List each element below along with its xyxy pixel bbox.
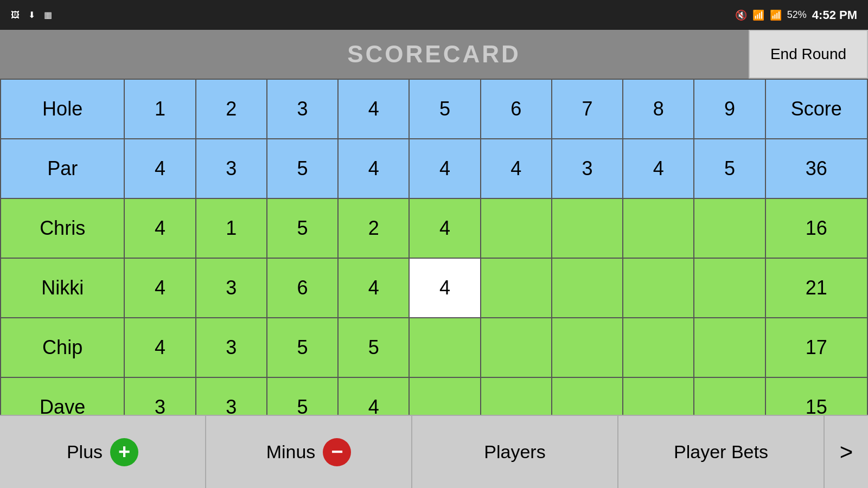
chip-h9 — [694, 318, 765, 377]
next-arrow-button[interactable]: > — [825, 416, 868, 488]
hole-6-header: 6 — [481, 79, 552, 139]
hole-1-header: 1 — [124, 79, 195, 139]
hole-8-header: 8 — [623, 79, 694, 139]
chip-h6 — [481, 318, 552, 377]
minus-label: Minus — [266, 441, 316, 463]
scorecard-title: SCORECARD — [347, 41, 521, 68]
chip-h7 — [552, 318, 623, 377]
nikki-h8 — [623, 258, 694, 318]
chris-h8 — [623, 198, 694, 258]
nikki-h1: 4 — [124, 258, 195, 318]
nikki-name: Nikki — [1, 258, 124, 318]
dave-h9 — [694, 377, 765, 415]
hole-9-header: 9 — [694, 79, 765, 139]
mute-icon: 🔇 — [735, 9, 747, 21]
chris-h6 — [481, 198, 552, 258]
dave-h6 — [481, 377, 552, 415]
dave-h2: 3 — [196, 377, 267, 415]
grid-icon: ▦ — [44, 10, 52, 20]
nikki-h2: 3 — [196, 258, 267, 318]
dave-score: 15 — [765, 377, 867, 415]
par-9: 5 — [694, 139, 765, 198]
table-row: Chris 4 1 5 2 4 16 — [1, 198, 867, 258]
chris-h9 — [694, 198, 765, 258]
hole-2-header: 2 — [196, 79, 267, 139]
dave-name: Dave — [1, 377, 124, 415]
nikki-h9 — [694, 258, 765, 318]
plus-label: Plus — [67, 441, 103, 463]
chris-name: Chris — [1, 198, 124, 258]
dave-h3: 5 — [267, 377, 338, 415]
minus-button[interactable]: Minus − — [206, 416, 412, 488]
chip-h4: 5 — [338, 318, 409, 377]
nikki-h4: 4 — [338, 258, 409, 318]
players-button[interactable]: Players — [412, 416, 618, 488]
nikki-score: 21 — [765, 258, 867, 318]
dave-h4: 4 — [338, 377, 409, 415]
end-round-button[interactable]: End Round — [749, 30, 868, 79]
chip-h3: 5 — [267, 318, 338, 377]
hole-7-header: 7 — [552, 79, 623, 139]
chris-h7 — [552, 198, 623, 258]
chris-h4: 2 — [338, 198, 409, 258]
table-row: Dave 3 3 5 4 15 — [1, 377, 867, 415]
par-7: 3 — [552, 139, 623, 198]
minus-icon: − — [323, 438, 351, 466]
scorecard-table-wrapper: Hole 1 2 3 4 5 6 7 8 9 Score Par 4 3 5 4… — [0, 79, 868, 415]
chris-score: 16 — [765, 198, 867, 258]
chris-h3: 5 — [267, 198, 338, 258]
status-left-icons: 🖼 ⬇ ▦ — [11, 10, 52, 20]
status-right-icons: 🔇 📶 📶 52% 4:52 PM — [735, 8, 857, 22]
player-bets-label: Player Bets — [674, 441, 768, 463]
chip-score: 17 — [765, 318, 867, 377]
dave-h8 — [623, 377, 694, 415]
chip-h5 — [409, 318, 480, 377]
par-2: 3 — [196, 139, 267, 198]
hole-header-row: Hole 1 2 3 4 5 6 7 8 9 Score — [1, 79, 867, 139]
players-label: Players — [484, 441, 545, 463]
nikki-h5: 4 — [409, 258, 480, 318]
nikki-h3: 6 — [267, 258, 338, 318]
battery-text: 52% — [787, 9, 807, 21]
chip-h8 — [623, 318, 694, 377]
hole-3-header: 3 — [267, 79, 338, 139]
image-icon: 🖼 — [11, 10, 20, 20]
wifi-icon: 📶 — [752, 9, 764, 21]
download-icon: ⬇ — [28, 10, 35, 20]
player-bets-button[interactable]: Player Bets — [618, 416, 825, 488]
par-8: 4 — [623, 139, 694, 198]
scorecard-table: Hole 1 2 3 4 5 6 7 8 9 Score Par 4 3 5 4… — [0, 79, 868, 415]
plus-icon: + — [110, 438, 138, 466]
score-header: Score — [765, 79, 867, 139]
par-label: Par — [1, 139, 124, 198]
par-6: 4 — [481, 139, 552, 198]
bottom-bar: Plus + Minus − Players Player Bets > — [0, 415, 868, 488]
dave-h7 — [552, 377, 623, 415]
status-bar: 🖼 ⬇ ▦ 🔇 📶 📶 52% 4:52 PM — [0, 0, 868, 30]
plus-button[interactable]: Plus + — [0, 416, 206, 488]
signal-icon: 📶 — [770, 9, 782, 21]
chip-h1: 4 — [124, 318, 195, 377]
nikki-h7 — [552, 258, 623, 318]
chip-name: Chip — [1, 318, 124, 377]
chris-h1: 4 — [124, 198, 195, 258]
table-row: Nikki 4 3 6 4 4 21 — [1, 258, 867, 318]
dave-h1: 3 — [124, 377, 195, 415]
chris-h5: 4 — [409, 198, 480, 258]
clock: 4:52 PM — [812, 8, 857, 22]
hole-4-header: 4 — [338, 79, 409, 139]
par-3: 5 — [267, 139, 338, 198]
table-row: Chip 4 3 5 5 17 — [1, 318, 867, 377]
par-1: 4 — [124, 139, 195, 198]
par-row: Par 4 3 5 4 4 4 3 4 5 36 — [1, 139, 867, 198]
par-4: 4 — [338, 139, 409, 198]
header: SCORECARD End Round — [0, 30, 868, 79]
hole-5-header: 5 — [409, 79, 480, 139]
chris-h2: 1 — [196, 198, 267, 258]
hole-label: Hole — [1, 79, 124, 139]
dave-h5 — [409, 377, 480, 415]
arrow-right-icon: > — [840, 439, 853, 465]
par-5: 4 — [409, 139, 480, 198]
par-score: 36 — [765, 139, 867, 198]
chip-h2: 3 — [196, 318, 267, 377]
